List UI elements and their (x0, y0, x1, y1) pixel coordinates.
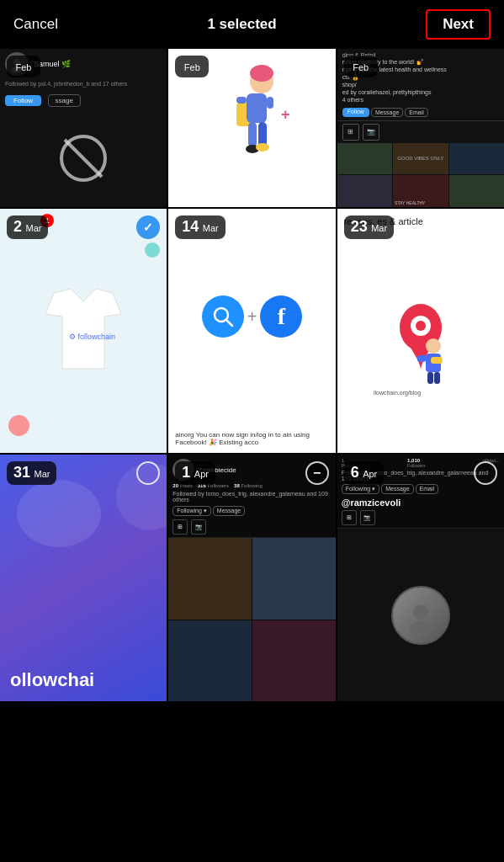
date-badge-r3c2: 1 Apr (175, 461, 215, 485)
date-badge-r2c1: 2 Mar (7, 216, 48, 239)
date-badge-r3c3: 6 Apr (344, 461, 385, 485)
tshirt-content: ⚙ followchain (0, 209, 167, 453)
svg-point-14 (256, 143, 269, 152)
follow-button[interactable]: Follow (5, 95, 41, 106)
date-badge-r3c1: 31 Mar (7, 461, 56, 485)
grid-cell-r3c2[interactable]: Zzombiecide 20 Posts 316 Followers 38 Fo… (168, 455, 335, 701)
svg-rect-29 (434, 372, 440, 384)
grid-cell-r1c3[interactable]: ding & Retail nding positivity to the wo… (337, 49, 504, 207)
grid-cell-r3c3[interactable]: 1 Post 1,010Followers ollowi... Followed… (337, 455, 504, 701)
svg-text:⚙ followchain: ⚙ followchain (69, 333, 115, 341)
message-button-r1c3[interactable]: Message (371, 108, 403, 117)
followchain-text: ollowchai (10, 669, 94, 691)
svg-rect-10 (267, 97, 273, 109)
svg-rect-27 (431, 357, 443, 364)
follow-button-r1c3[interactable]: Follow (342, 108, 369, 117)
svg-point-32 (410, 621, 432, 632)
grid-cell-r2c2[interactable]: + f ainorg You can now sign in/log in to… (168, 209, 335, 453)
svg-rect-11 (248, 122, 257, 147)
message-btn-r3c2[interactable]: Message (213, 506, 245, 516)
ramzi-username: @ramzicevoli (337, 496, 504, 509)
select-circle-r3c3[interactable] (474, 461, 497, 485)
svg-line-19 (226, 320, 232, 326)
reels-view-icon[interactable]: 📷 (191, 519, 206, 535)
email-btn-r3c3[interactable]: Email (416, 484, 439, 494)
following-btn[interactable]: Following ▾ (172, 506, 211, 516)
svg-line-3 (65, 140, 102, 177)
following-btn-r3c3[interactable]: Following ▾ (342, 484, 380, 494)
select-circle-r2c2[interactable] (305, 216, 329, 239)
grid-view-icon-r3c3[interactable]: ⊞ (342, 510, 357, 525)
svg-point-6 (250, 65, 273, 82)
svg-point-31 (413, 604, 428, 620)
message-button-r1c1[interactable]: ssage (48, 94, 81, 107)
svg-point-24 (426, 338, 441, 354)
message-btn-r3c3[interactable]: Message (381, 484, 413, 494)
header-title: 1 selected (207, 16, 276, 33)
next-button[interactable]: Next (426, 9, 491, 40)
svg-text:llowchain.org/blog: llowchain.org/blog (374, 390, 421, 396)
svg-rect-9 (236, 97, 247, 104)
svg-rect-28 (427, 372, 433, 384)
tshirt-svg: ⚙ followchain (29, 285, 138, 377)
header: Cancel 1 selected Next (0, 0, 504, 49)
date-badge-r2c2: 14 Mar (175, 216, 225, 239)
grid-view-icon[interactable]: ⊞ (172, 519, 188, 535)
date-badge-r2c3: 23 Mar (344, 216, 394, 239)
grid-cell-r2c3[interactable]: re rses, es & article (337, 209, 504, 453)
date-badge-r1c1: Feb (7, 56, 40, 77)
fb-text: ainorg You can now sign in/log in to ain… (168, 424, 335, 453)
svg-rect-8 (247, 93, 267, 123)
no-sign-icon (58, 133, 109, 184)
svg-text:+: + (281, 106, 290, 123)
select-circle-r2c3[interactable] (474, 216, 497, 239)
svg-point-23 (416, 321, 426, 331)
grid-cell-r1c1[interactable]: Samuel 🌿 Followed by psl.4, johnthedon_b… (0, 49, 167, 207)
grid-cell-r2c1[interactable]: ⚙ followchain 1 2 Mar (0, 209, 167, 453)
select-circle-r3c2[interactable] (305, 461, 329, 485)
media-grid: Samuel 🌿 Followed by psl.4, johnthedon_b… (0, 49, 504, 701)
reels-view-icon-r3c3[interactable]: 📷 (360, 510, 375, 525)
grid-cell-r3c1[interactable]: ollowchai 31 Mar (0, 455, 167, 701)
avatar-icon (404, 599, 438, 632)
date-badge-r1c3: Feb (344, 56, 378, 77)
search-icon (211, 305, 235, 328)
r3c2-followed-by: Followed by tomo_does_trig, alexandre_ga… (168, 489, 335, 504)
date-badge-r1c2: Feb (175, 56, 209, 77)
walker-svg: + (201, 56, 302, 200)
grid-cell-r1c2[interactable]: + Feb (168, 49, 335, 207)
blog-illustration: llowchain.org/blog (370, 285, 471, 403)
cancel-button[interactable]: Cancel (13, 16, 58, 33)
svg-rect-26 (417, 355, 426, 362)
email-button-r1c3[interactable]: Email (405, 108, 428, 117)
